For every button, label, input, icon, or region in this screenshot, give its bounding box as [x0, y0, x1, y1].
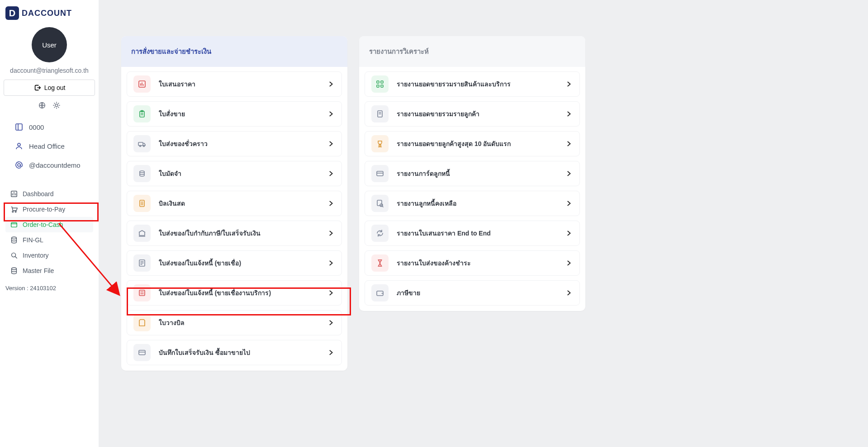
- nav-item-master-file[interactable]: Master File: [5, 263, 93, 278]
- company-info: 0000 Head Office @daccountdemo: [4, 118, 95, 174]
- main-content: การสั่งขายและจ่ายชำระเงิน ใบเสนอราคาใบสั…: [99, 0, 868, 447]
- user-email: daccount@trianglesoft.co.th: [4, 67, 95, 74]
- analysis-panel: รายงานการวิเคราะห์ รายงานยอดขายรวมรายสิน…: [359, 36, 585, 311]
- menu-row[interactable]: รายงานการ์ดลูกหนี้: [365, 161, 580, 186]
- user-icon: [14, 141, 24, 151]
- menu-row-label: ใบส่งของ/ใบแจ้งหนี้ (ขายเชื่อ): [159, 258, 319, 268]
- nav-icon: [10, 236, 18, 244]
- chevron-right-icon: [565, 110, 573, 118]
- chevron-right-icon: [327, 169, 335, 178]
- nav-item-inventory[interactable]: Inventory: [5, 248, 93, 263]
- hourglass-icon: [371, 254, 389, 272]
- menu-row-label: รายงานลูกหนี้คงเหลือ: [397, 198, 557, 208]
- menu-row-label: ใบส่งของ/ใบแจ้งหนี้ (ขายเชื่องานบริการ): [159, 288, 319, 298]
- nav-item-label: Inventory: [23, 252, 49, 259]
- search-doc-icon: [371, 195, 389, 212]
- menu-row-label: ใบส่งของชั่วคราว: [159, 139, 319, 149]
- menu-row[interactable]: รายงานยอดขายรวมรายลูกค้า: [365, 101, 580, 127]
- settings-button[interactable]: [52, 101, 61, 109]
- nav-item-label: Order-to-Cash: [23, 221, 63, 228]
- menu-row-label: บิลเงินสด: [159, 198, 319, 208]
- sales-panel-body: ใบเสนอราคาใบสั่งขายใบส่งของชั่วคราวใบมัด…: [121, 71, 347, 371]
- chevron-right-icon: [327, 348, 335, 357]
- invoice-icon: [133, 254, 151, 272]
- company-code: 0000: [29, 123, 44, 131]
- analysis-panel-body: รายงานยอดขายรวมรายสินค้าและบริการรายงานย…: [359, 71, 585, 311]
- version-label: Version : 24103102: [4, 281, 95, 295]
- bank-icon: [133, 225, 151, 242]
- menu-row[interactable]: ใบส่งของ/ใบกำกับภาษี/ใบเสร็จรับเงิน: [127, 221, 342, 246]
- menu-row[interactable]: บันทึกใบเสร็จรับเงิน ซื้อมาขายไป: [127, 340, 342, 365]
- chevron-right-icon: [565, 229, 573, 237]
- language-button[interactable]: [38, 101, 46, 109]
- clipboard-icon: [133, 105, 151, 122]
- menu-row[interactable]: ใบวางบิล: [127, 310, 342, 335]
- at-icon: [14, 160, 24, 169]
- sales-panel: การสั่งขายและจ่ายชำระเงิน ใบเสนอราคาใบสั…: [121, 36, 347, 371]
- menu-row[interactable]: รายงานลูกหนี้คงเหลือ: [365, 191, 580, 216]
- menu-row[interactable]: รายงานยอดขายรวมรายสินค้าและบริการ: [365, 71, 580, 97]
- refresh-icon: [371, 225, 389, 242]
- menu-row-label: รายงานยอดขายรวมรายลูกค้า: [397, 109, 557, 119]
- menu-row[interactable]: ใบมัดจำ: [127, 161, 342, 186]
- brand-name: DACCOUNT: [22, 9, 72, 18]
- company-code-row: 0000: [14, 118, 91, 136]
- menu-row[interactable]: รายงานยอดขายลูกค้าสูงสุด 10 อันดับแรก: [365, 131, 580, 156]
- truck-icon: [133, 135, 151, 152]
- globe-icon: [38, 101, 46, 109]
- menu-row[interactable]: รายงานใบส่งของค้างชำระ: [365, 250, 580, 276]
- menu-row-label: รายงานยอดขายรวมรายสินค้าและบริการ: [397, 79, 557, 89]
- menu-row[interactable]: รายงานใบเสนอราคา End to End: [365, 221, 580, 246]
- menu-row[interactable]: ใบเสนอราคา: [127, 71, 342, 97]
- menu-row-label: ใบมัดจำ: [159, 169, 319, 179]
- menu-row[interactable]: บิลเงินสด: [127, 191, 342, 216]
- sidebar: D DACCOUNT User daccount@trianglesoft.co…: [0, 0, 99, 447]
- nav-icon: [10, 205, 18, 213]
- doc-icon: [371, 105, 389, 122]
- nav-item-label: Procure-to-Pay: [23, 206, 65, 213]
- coins-icon: [133, 165, 151, 182]
- menu-row[interactable]: ใบส่งของชั่วคราว: [127, 131, 342, 156]
- logout-icon: [33, 84, 42, 92]
- menu-row[interactable]: ภาษีขาย: [365, 280, 580, 306]
- chevron-right-icon: [565, 199, 573, 207]
- menu-row-label: รายงานใบเสนอราคา End to End: [397, 228, 557, 238]
- analysis-panel-title: รายงานการวิเคราะห์: [359, 36, 585, 67]
- chevron-right-icon: [327, 319, 335, 327]
- brand-mark-icon: D: [5, 6, 19, 20]
- menu-row-label: รายงานยอดขายลูกค้าสูงสุด 10 อันดับแรก: [397, 139, 557, 149]
- nav-item-label: Dashboard: [23, 190, 54, 198]
- card-icon: [371, 165, 389, 182]
- menu-row[interactable]: ใบส่งของ/ใบแจ้งหนี้ (ขายเชื่องานบริการ): [127, 280, 342, 306]
- chevron-right-icon: [327, 199, 335, 207]
- chart-bar-icon: [133, 75, 151, 93]
- nav-item-dashboard[interactable]: Dashboard: [5, 186, 93, 202]
- avatar: User: [32, 27, 67, 62]
- menu-row[interactable]: ใบสั่งขาย: [127, 101, 342, 127]
- chevron-right-icon: [565, 289, 573, 297]
- menu-row-label: ใบส่งของ/ใบกำกับภาษี/ใบเสร็จรับเงิน: [159, 228, 319, 238]
- avatar-label: User: [42, 41, 57, 49]
- menu-row[interactable]: ใบส่งของ/ใบแจ้งหนี้ (ขายเชื่อ): [127, 250, 342, 276]
- nav-item-order-to-cash[interactable]: Order-to-Cash: [5, 217, 93, 232]
- logout-button[interactable]: Log out: [4, 80, 95, 96]
- company-branch-row: Head Office: [14, 136, 91, 155]
- chevron-right-icon: [565, 169, 573, 178]
- menu-row-label: ใบเสนอราคา: [159, 79, 319, 89]
- invoice-box-icon: [133, 284, 151, 301]
- nav-icon: [10, 267, 18, 275]
- chevron-right-icon: [327, 140, 335, 148]
- menu-row-label: รายงานการ์ดลูกหนี้: [397, 169, 557, 179]
- menu-row-label: ภาษีขาย: [397, 288, 557, 298]
- grid-icon: [371, 75, 389, 93]
- nav-item-label: Master File: [23, 267, 54, 274]
- menu-row-label: บันทึกใบเสร็จรับเงิน ซื้อมาขายไป: [159, 348, 319, 358]
- nav-item-fin-gl[interactable]: FIN-GL: [5, 232, 93, 248]
- trophy-icon: [371, 135, 389, 152]
- bill-icon: [133, 314, 151, 331]
- layout-icon: [14, 122, 24, 132]
- nav-item-procure-to-pay[interactable]: Procure-to-Pay: [5, 202, 93, 217]
- chevron-right-icon: [327, 110, 335, 118]
- main-nav: DashboardProcure-to-PayOrder-to-CashFIN-…: [4, 186, 95, 278]
- nav-icon: [10, 251, 18, 259]
